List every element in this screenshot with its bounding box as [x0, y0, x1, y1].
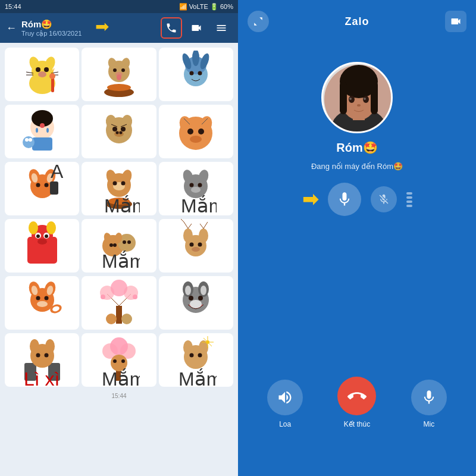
call-status-text: Đang nối máy đến Róm🤩 [311, 162, 403, 171]
svg-text:Alo !!!: Alo !!! [51, 164, 63, 182]
chat-area: Alo !!! Mắm mối phúc tài [0, 43, 238, 476]
svg-point-29 [198, 71, 202, 76]
menu-button[interactable] [211, 17, 232, 39]
svg-point-62 [36, 183, 40, 187]
sticker-4 [5, 105, 79, 158]
sticker-17: Mắm mối phúc tài [82, 333, 156, 387]
contact-name: Róm🤩 [21, 19, 156, 30]
expand-button[interactable] [248, 11, 269, 32]
svg-point-78 [190, 183, 194, 187]
svg-text:Mắm mối phúc tài: Mắm mối phúc tài [178, 368, 217, 387]
zalo-header: Zalo [238, 5, 476, 38]
svg-point-137 [198, 296, 203, 300]
sticker-svg-17: Mắm mối phúc tài [98, 333, 140, 387]
svg-point-130 [121, 314, 132, 324]
svg-point-145 [44, 353, 48, 358]
svg-point-128 [133, 295, 137, 299]
svg-point-150 [110, 337, 128, 355]
mute-button[interactable] [371, 186, 397, 212]
svg-text:Lì xì nè !!!: Lì xì nè !!! [24, 368, 63, 387]
svg-point-63 [44, 183, 48, 187]
back-button[interactable]: ← [6, 22, 17, 35]
mic-control: Mic [411, 380, 447, 428]
sticker-svg-18: Mắm mối phúc tài [175, 333, 217, 387]
sticker-13 [5, 276, 79, 330]
svg-point-102 [199, 228, 208, 243]
svg-point-89 [45, 234, 48, 238]
voice-call-button[interactable] [161, 17, 182, 39]
svg-rect-121 [116, 306, 122, 324]
vol-bar-4 [406, 205, 412, 207]
svg-point-143 [45, 339, 55, 353]
svg-point-153 [121, 359, 125, 363]
vol-bar-3 [406, 201, 412, 203]
svg-point-79 [198, 183, 202, 187]
svg-rect-11 [51, 77, 54, 92]
sticker-row-6: Lì xì nè !!! Mắm mối phúc tài [5, 333, 233, 387]
vol-bar-2 [406, 196, 412, 199]
svg-point-42 [112, 127, 117, 131]
svg-point-142 [30, 339, 39, 353]
svg-text:Mắm mối phúc tài: Mắm mối phúc tài [181, 195, 217, 214]
sticker-8: Mắm mối phúc tài [82, 162, 156, 215]
svg-line-105 [181, 219, 184, 222]
sticker-svg-4 [21, 107, 63, 157]
svg-point-52 [187, 129, 193, 134]
svg-point-35 [29, 138, 32, 142]
sticker-svg-6 [175, 107, 217, 157]
svg-point-12 [49, 73, 55, 79]
svg-point-90 [37, 239, 47, 245]
svg-point-22 [117, 74, 121, 80]
svg-point-126 [111, 280, 127, 296]
svg-point-98 [127, 240, 131, 244]
svg-point-38 [46, 128, 49, 133]
mic-large-icon [336, 191, 353, 208]
svg-point-36 [40, 123, 45, 128]
svg-point-71 [121, 181, 125, 185]
svg-point-88 [36, 234, 40, 238]
svg-point-80 [191, 187, 201, 193]
svg-point-46 [119, 131, 122, 134]
svg-point-37 [36, 128, 38, 133]
sticker-row-1 [5, 48, 233, 101]
sticker-9: Mắm mối phúc tài [159, 162, 233, 215]
svg-line-166 [209, 343, 212, 346]
svg-point-45 [115, 131, 118, 134]
sticker-10 [5, 219, 79, 273]
speaker-label: Loa [279, 420, 291, 428]
speaker-button[interactable] [267, 380, 303, 415]
svg-point-6 [38, 71, 46, 77]
mic-circle-button[interactable] [328, 183, 361, 216]
sticker-1 [5, 48, 79, 101]
svg-point-101 [183, 228, 193, 243]
sticker-svg-11: Mắm mối phúc tài [98, 219, 140, 273]
mute-icon [378, 193, 390, 205]
sticker-svg-1 [21, 51, 63, 98]
svg-point-96 [113, 243, 117, 247]
svg-point-118 [37, 301, 48, 307]
mic-button[interactable] [411, 380, 447, 415]
sticker-svg-14 [98, 276, 140, 330]
video-call-button[interactable] [186, 17, 207, 39]
sticker-11: Mắm mối phúc tài [82, 219, 156, 273]
phone-icon [165, 22, 177, 34]
svg-point-109 [198, 243, 202, 247]
svg-point-178 [349, 98, 352, 100]
svg-point-19 [113, 68, 117, 72]
sticker-18: Mắm mối phúc tài [159, 333, 233, 387]
svg-rect-175 [371, 82, 378, 114]
sticker-svg-7: Alo !!! [21, 164, 63, 214]
svg-point-84 [29, 221, 38, 234]
video-call-icon [450, 15, 462, 27]
svg-point-110 [192, 247, 200, 252]
end-call-label: Kết thúc [344, 420, 370, 428]
video-toggle-button[interactable] [445, 11, 466, 32]
video-icon [190, 22, 202, 34]
svg-point-159 [198, 353, 202, 358]
svg-point-138 [190, 300, 202, 308]
svg-point-158 [190, 353, 194, 358]
vol-bar-1 [406, 192, 412, 195]
svg-point-108 [190, 243, 194, 247]
last-seen: Truy cập 16/03/2021 [21, 30, 156, 37]
end-call-button[interactable] [337, 377, 376, 415]
